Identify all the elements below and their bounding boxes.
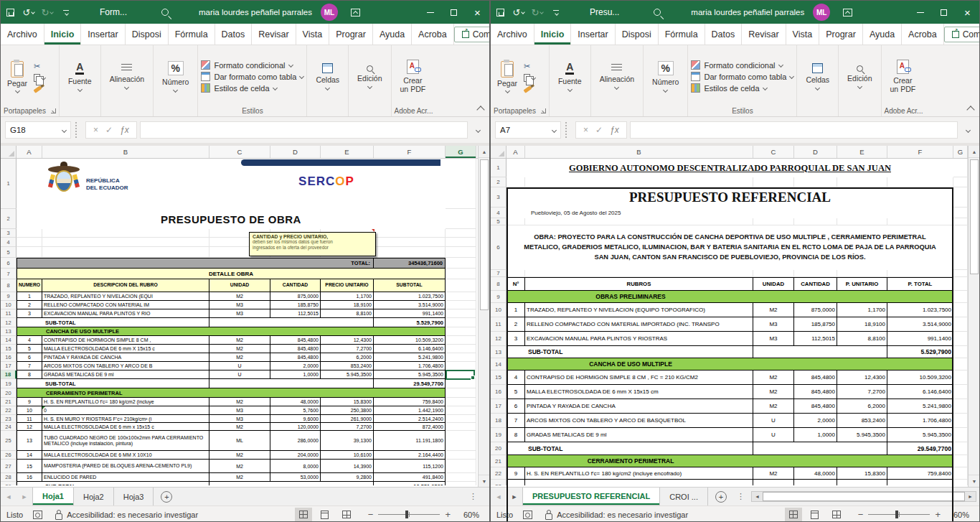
tab-formulas[interactable]: Fórmula (659, 24, 705, 45)
cell[interactable] (953, 442, 968, 455)
cell[interactable]: 29.549,7700 (374, 379, 446, 388)
cut-button[interactable]: ✂ (34, 62, 45, 71)
cell[interactable]: 1.706,4800 (887, 414, 953, 428)
cell[interactable] (446, 258, 476, 269)
cell[interactable] (507, 480, 525, 485)
formula-input[interactable] (140, 121, 468, 139)
cell[interactable]: EXCAVACION MANUAL PARA PLINTOS Y RIO (42, 309, 209, 318)
row-number[interactable]: 16 (1, 353, 17, 362)
column-header-G[interactable]: G (953, 146, 968, 158)
sheet-tab-presupuesto[interactable]: PRESUPUESTO REFERENCIAL (522, 488, 660, 505)
cell[interactable]: SUBTOTAL (374, 279, 446, 292)
cell[interactable]: 2 (17, 301, 42, 309)
cell[interactable]: U (209, 370, 270, 379)
cell[interactable] (446, 309, 476, 318)
cell[interactable]: UNIDAD (209, 279, 270, 292)
cell[interactable]: 53,0000 (270, 473, 321, 482)
cell[interactable] (887, 270, 953, 277)
cell[interactable]: M2 (753, 467, 794, 480)
cell[interactable]: SUB-TOTAL (17, 482, 209, 485)
cell[interactable]: M3 (209, 301, 270, 309)
conditional-formatting-button[interactable]: Formato condicional (201, 60, 303, 70)
cell[interactable]: 18,9100 (837, 317, 887, 332)
select-all-corner[interactable] (491, 146, 507, 158)
row-number[interactable]: 17 (1, 362, 17, 370)
redo-icon[interactable]: ↻ (528, 1, 547, 24)
new-sheet-button[interactable]: + (715, 491, 727, 503)
cell[interactable]: GRADAS METALICAS DE 9 ml (525, 428, 753, 442)
cell[interactable]: 48,0000 (794, 467, 837, 480)
cell[interactable]: 991,1400 (887, 332, 953, 346)
cell[interactable]: TOTAL: (17, 258, 374, 269)
zoom-level[interactable]: 60% (458, 511, 479, 519)
row-number[interactable]: 18 (491, 414, 507, 428)
row-number[interactable]: 13 (491, 346, 507, 358)
cell[interactable] (794, 218, 837, 225)
cell[interactable]: 1.442,1900 (374, 406, 446, 415)
cell[interactable]: NUMERO (17, 279, 42, 292)
cell[interactable]: 10.509,3200 (887, 370, 953, 385)
cell[interactable]: 845,4800 (794, 385, 837, 399)
cell[interactable]: 5.945,3500 (321, 370, 374, 379)
cell[interactable]: 1,0000 (270, 370, 321, 379)
next-sheet-icon[interactable]: ► (507, 488, 522, 505)
cell[interactable]: 845,4800 (270, 336, 321, 345)
cell[interactable]: 5.241,9800 (887, 399, 953, 414)
create-pdf-button[interactable]: Crearun PDF (395, 60, 432, 93)
row-number[interactable]: 21 (1, 398, 17, 406)
tab-revisar[interactable]: Revisar (742, 24, 786, 45)
view-page-layout-button[interactable] (316, 508, 334, 522)
row-number[interactable]: 8 (1, 279, 17, 292)
accessibility-icon[interactable] (54, 510, 62, 519)
tab-revisar[interactable]: Revisar (252, 24, 296, 45)
cell[interactable]: 112,5015 (270, 309, 321, 318)
cell[interactable]: EXCAVACION MANUAL PARA PLINTOS Y RIOSTRA… (525, 332, 753, 346)
scroll-left-icon[interactable]: ◄ (752, 492, 763, 501)
row-number[interactable]: 14 (1, 336, 17, 345)
cell[interactable]: 48,0000 (270, 398, 321, 406)
cell[interactable]: 0 (42, 406, 209, 415)
sheet-tab-hoja1[interactable]: Hoja1 (32, 488, 74, 505)
macro-record-icon[interactable] (33, 511, 42, 519)
row-number[interactable]: 4 (491, 208, 507, 218)
cell[interactable] (446, 238, 476, 247)
cell[interactable]: M2 (209, 473, 270, 482)
cell[interactable]: 12,4300 (321, 336, 374, 345)
cell[interactable]: U (209, 362, 270, 370)
cell[interactable]: 4 (17, 336, 42, 345)
cell[interactable]: 5.529,7900 (887, 346, 953, 358)
tab-inicio[interactable]: Inicio (534, 24, 572, 45)
cell[interactable]: DETALLE OBRA (17, 269, 446, 279)
scroll-down-icon[interactable]: ▼ (479, 475, 490, 487)
cancel-icon[interactable]: × (583, 125, 588, 135)
cell[interactable]: MALLA ELECTROSOLDADA DE 6 mm X 15x15 cm (525, 385, 753, 399)
cell[interactable] (887, 218, 953, 225)
cell[interactable] (753, 218, 794, 225)
cell[interactable]: GRADAS METALICAS DE 9 ml (42, 370, 209, 379)
view-page-layout-button[interactable] (806, 508, 824, 522)
customize-qat-icon[interactable] (57, 1, 75, 24)
cell[interactable]: CANTIDAD (270, 279, 321, 292)
dialog-launcher-icon[interactable] (541, 108, 546, 113)
cell[interactable]: 2.164,4400 (374, 451, 446, 460)
row-number[interactable]: 6 (1, 258, 17, 269)
cell[interactable]: H. S. EN MURO Y RIOSTRAS F'c= 210kg/cm³ … (42, 415, 209, 423)
cell[interactable]: MALLA ELECTROSOLDADA DE 6 MM X 10X10 (42, 451, 209, 460)
cell[interactable]: 5.529,7900 (374, 318, 446, 327)
prev-sheet-icon[interactable]: ◄ (491, 488, 507, 505)
cell[interactable] (446, 473, 476, 482)
cell[interactable]: 12 (17, 423, 42, 431)
cell[interactable]: 8 (507, 428, 525, 442)
row-number[interactable]: 9 (1, 292, 17, 301)
tab-vista[interactable]: Vista (296, 24, 330, 45)
cell[interactable]: 7 (507, 414, 525, 428)
number-group-button[interactable]: % Número (156, 61, 194, 92)
cell[interactable]: 875,0000 (270, 292, 321, 301)
tab-inicio[interactable]: Inicio (44, 24, 82, 45)
row-number[interactable]: 13 (1, 327, 17, 336)
row-number[interactable]: 4 (1, 238, 17, 247)
cut-button[interactable]: ✂ (524, 62, 535, 71)
row-number[interactable]: 26 (1, 451, 17, 460)
prev-sheet-icon[interactable]: ◄ (1, 488, 17, 505)
cell[interactable]: 1.706,4800 (374, 362, 446, 370)
